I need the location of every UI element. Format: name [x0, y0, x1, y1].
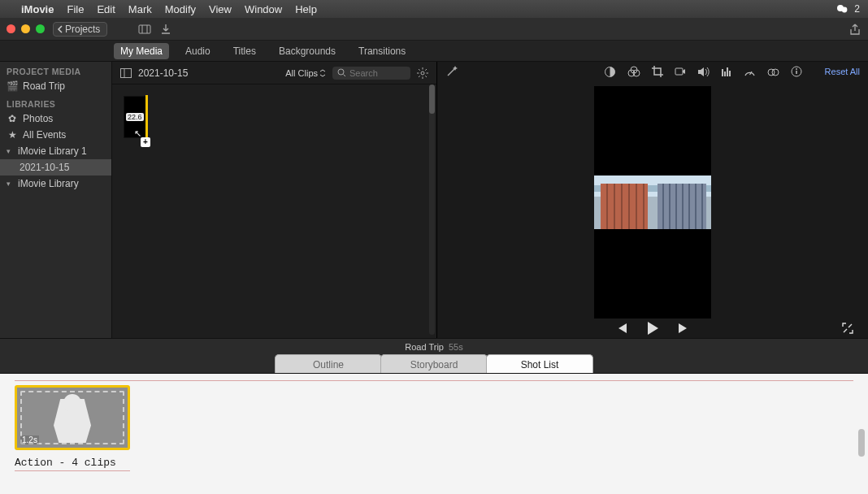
library-sidebar: PROJECT MEDIA 🎬 Road Trip LIBRARIES ✿ Ph… — [0, 62, 112, 338]
color-balance-icon[interactable] — [604, 66, 616, 78]
speed-icon[interactable] — [744, 67, 756, 77]
search-field[interactable] — [332, 67, 410, 80]
svg-line-15 — [425, 69, 427, 71]
stabilization-icon[interactable] — [675, 67, 686, 76]
section-libraries: LIBRARIES — [0, 94, 111, 110]
import-media-icon[interactable] — [138, 23, 151, 36]
fullscreen-icon[interactable] — [842, 323, 853, 334]
browser-settings-icon[interactable] — [417, 67, 428, 79]
play-button[interactable] — [646, 321, 659, 336]
notification-count[interactable]: 2 — [854, 3, 860, 15]
menu-edit[interactable]: Edit — [97, 3, 115, 15]
tab-outline[interactable]: Outline — [275, 354, 382, 373]
download-icon[interactable] — [159, 23, 172, 36]
next-clip-button[interactable] — [677, 323, 690, 334]
skimmer-playhead[interactable] — [145, 95, 148, 139]
filters-icon[interactable] — [767, 66, 779, 77]
tab-storyboard[interactable]: Storyboard — [380, 354, 488, 373]
add-to-timeline-icon[interactable]: + — [141, 137, 150, 147]
menu-file[interactable]: File — [67, 3, 84, 15]
volume-icon[interactable] — [697, 67, 710, 77]
menu-modify[interactable]: Modify — [165, 3, 196, 15]
sidebar-project-roadtrip[interactable]: 🎬 Road Trip — [0, 78, 111, 94]
viewer-canvas[interactable] — [437, 81, 868, 318]
wechat-status-icon[interactable] — [836, 3, 849, 15]
sidebar-project-label: Road Trip — [23, 80, 65, 92]
browser-scrollbar[interactable] — [429, 84, 435, 335]
chevron-down-icon[interactable]: ▾ — [7, 180, 13, 188]
tab-transitions[interactable]: Transitions — [352, 43, 412, 59]
svg-line-13 — [425, 76, 427, 77]
noise-equalizer-icon[interactable] — [721, 67, 732, 77]
clip-grid[interactable]: 22.6 ↖ + — [112, 84, 436, 338]
shot-frame[interactable]: 1.2s — [15, 385, 130, 450]
svg-point-30 — [796, 68, 797, 70]
prev-clip-button[interactable] — [615, 323, 628, 334]
svg-point-1 — [842, 7, 848, 13]
chevron-down-icon[interactable]: ▾ — [7, 147, 13, 155]
enhance-wand-icon[interactable] — [445, 65, 458, 78]
shot-caption: Action - 4 clips — [15, 457, 130, 469]
preview-viewer: Reset All — [437, 62, 868, 338]
trailer-tabs: Outline Storyboard Shot List — [0, 354, 868, 374]
menu-window[interactable]: Window — [245, 3, 282, 15]
project-name: Road Trip — [405, 342, 444, 352]
viewer-toolbar: Reset All — [437, 62, 868, 81]
projects-back-button[interactable]: Projects — [53, 22, 107, 37]
search-input[interactable] — [349, 68, 405, 78]
shotlist-scrollbar[interactable] — [858, 382, 865, 489]
sidebar-photos[interactable]: ✿ Photos — [0, 110, 111, 127]
app-name[interactable]: iMovie — [21, 3, 54, 15]
photos-icon: ✿ — [7, 113, 18, 124]
svg-point-5 — [338, 69, 344, 75]
event-browser: 2021-10-15 All Clips 22.6 ↖ + — [112, 62, 437, 338]
window-titlebar: Projects — [0, 18, 868, 41]
divider — [15, 380, 853, 381]
clapper-icon: 🎬 — [7, 80, 18, 92]
zoom-window-button[interactable] — [36, 24, 45, 33]
clip-filter-dropdown[interactable]: All Clips — [285, 68, 326, 78]
section-project-media: PROJECT MEDIA — [0, 62, 111, 78]
preview-frame — [594, 86, 711, 318]
reset-all-button[interactable]: Reset All — [825, 67, 860, 76]
close-window-button[interactable] — [7, 24, 15, 33]
traffic-lights[interactable] — [7, 24, 45, 33]
tab-titles[interactable]: Titles — [227, 43, 263, 59]
shot-placeholder[interactable]: 1.2s Action - 4 clips — [15, 385, 130, 471]
minimize-window-button[interactable] — [21, 24, 30, 33]
shot-list-panel: 1.2s Action - 4 clips — [0, 374, 868, 494]
star-icon: ★ — [7, 129, 18, 141]
menu-view[interactable]: View — [209, 3, 232, 15]
color-correction-icon[interactable] — [627, 66, 640, 78]
sidebar-library-2[interactable]: ▾ iMovie Library — [0, 176, 111, 192]
project-duration: 55s — [449, 342, 463, 352]
event-title: 2021-10-15 — [138, 67, 188, 79]
svg-point-27 — [772, 69, 779, 76]
menu-help[interactable]: Help — [295, 3, 317, 15]
sidebar-library-1[interactable]: ▾ iMovie Library 1 — [0, 143, 111, 159]
svg-point-7 — [421, 72, 424, 75]
scrollbar-thumb[interactable] — [429, 84, 435, 114]
info-icon[interactable] — [791, 66, 802, 77]
tab-shot-list[interactable]: Shot List — [486, 354, 593, 373]
share-icon[interactable] — [848, 23, 861, 36]
sidebar-all-events[interactable]: ★ All Events — [0, 127, 111, 143]
crop-icon[interactable] — [652, 66, 663, 77]
tab-backgrounds[interactable]: Backgrounds — [272, 43, 342, 59]
media-browser-tabs: My Media Audio Titles Backgrounds Transi… — [0, 41, 868, 62]
divider — [15, 470, 130, 471]
mac-menubar: iMovie File Edit Mark Modify View Window… — [0, 0, 868, 18]
scrollbar-thumb[interactable] — [858, 429, 865, 457]
tab-audio[interactable]: Audio — [179, 43, 217, 59]
search-icon — [337, 68, 346, 77]
sidebar-event-2021-10-15[interactable]: 2021-10-15 — [0, 159, 111, 176]
svg-rect-2 — [139, 25, 150, 33]
transport-controls — [437, 318, 868, 338]
filmstrip-toggle-icon[interactable] — [120, 68, 132, 78]
clip-thumbnail[interactable]: 22.6 ↖ + — [124, 96, 148, 138]
menu-mark[interactable]: Mark — [128, 3, 152, 15]
preview-image — [594, 176, 711, 229]
main-split: PROJECT MEDIA 🎬 Road Trip LIBRARIES ✿ Ph… — [0, 62, 868, 338]
tab-my-media[interactable]: My Media — [114, 43, 169, 59]
event-browser-header: 2021-10-15 All Clips — [112, 62, 436, 84]
